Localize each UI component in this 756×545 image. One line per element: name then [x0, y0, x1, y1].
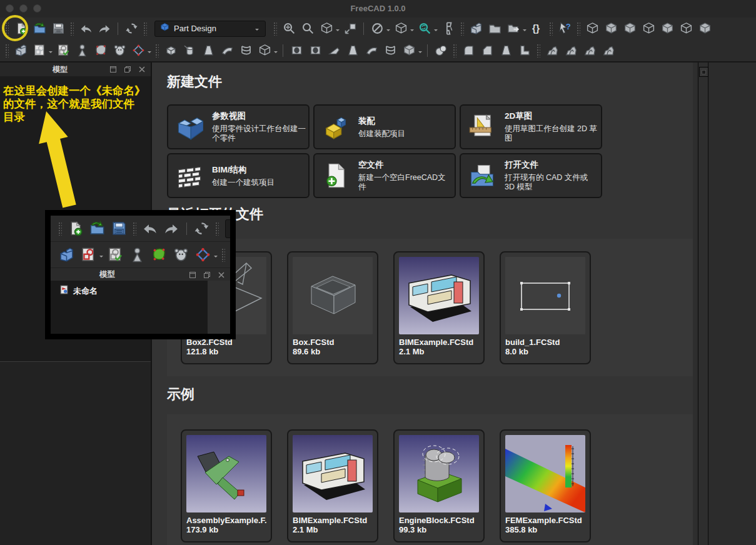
card-parametric-part[interactable]: 参数视图 使用零件设计工作台创建一个零件: [167, 104, 310, 149]
dock-view-icon[interactable]: [341, 20, 360, 37]
additive-pipe-icon[interactable]: [218, 42, 236, 59]
toolbar-separator: [427, 44, 428, 57]
shapebinder-icon[interactable]: [73, 42, 91, 59]
toolbar-separator: [283, 44, 283, 57]
example-file-card[interactable]: EngineBlock.FCStd 99.3 kb: [393, 429, 485, 542]
inset-model-tree: 未命名: [51, 281, 208, 334]
annotation-circle: [2, 15, 28, 41]
view-left-icon[interactable]: [695, 20, 714, 37]
card-open-file[interactable]: 打开文件 打开现有的 CAD 文件或 3D 模型: [460, 153, 602, 198]
refresh-icon[interactable]: [122, 20, 141, 37]
polar-pattern-icon[interactable]: [580, 42, 599, 59]
view-front-icon[interactable]: [602, 20, 620, 37]
annotation-arrow: [30, 106, 93, 212]
toolbar-area: Part Design {}?: [0, 18, 756, 62]
export-icon[interactable]: [504, 20, 523, 37]
panel-close-icon[interactable]: [136, 65, 147, 74]
open-file-icon: [86, 219, 108, 238]
groove-icon[interactable]: [325, 42, 343, 59]
document-name: 未命名: [73, 286, 98, 297]
draw-style-icon[interactable]: [368, 20, 386, 37]
card-bim-structure[interactable]: BIM/结构 创建一个建筑项目: [167, 153, 310, 198]
drag-handle: [70, 22, 74, 36]
panel-float-icon[interactable]: [122, 65, 133, 74]
panel-minimize-icon[interactable]: [108, 65, 118, 74]
example-file-card[interactable]: AssemblyExample.F... 173.9 kb: [181, 429, 272, 542]
vertical-scrollbar[interactable]: [697, 62, 709, 545]
toolbar-row-2: [0, 39, 756, 61]
hole-icon[interactable]: [306, 42, 325, 59]
mirrored-icon[interactable]: [543, 42, 562, 59]
sketch-2d-icon: [468, 113, 496, 141]
dropdown-arrow-icon: [523, 29, 527, 33]
whats-this-icon[interactable]: ?: [555, 20, 574, 37]
parametric-part-icon: [176, 113, 203, 141]
view-right-icon[interactable]: [639, 20, 658, 37]
zoom-selection-icon[interactable]: [298, 20, 317, 37]
additive-loft-icon[interactable]: [199, 42, 218, 59]
new-file-heading: 新建文件: [167, 72, 222, 91]
multitransform-icon[interactable]: [599, 42, 618, 59]
recent-file-card[interactable]: Box.FCStd 89.6 kb: [287, 251, 378, 364]
card-assembly[interactable]: 装配 创建装配项目: [313, 104, 456, 149]
redo-icon[interactable]: [95, 20, 114, 37]
view-top-icon[interactable]: [620, 20, 639, 37]
view-bottom-icon[interactable]: [677, 20, 695, 37]
create-sketch-icon: [78, 245, 99, 264]
subtractive-pipe-icon[interactable]: [362, 42, 381, 59]
view-axonometric-icon[interactable]: [583, 20, 602, 37]
subtractive-helix-icon[interactable]: [381, 42, 400, 59]
inset-workbench-selector: Pa: [225, 219, 230, 238]
workbench-selector[interactable]: Part Design: [154, 21, 266, 37]
macro-icon[interactable]: {}: [528, 20, 547, 37]
additive-primitive-icon[interactable]: [255, 42, 274, 59]
group-icon[interactable]: [485, 20, 504, 37]
pocket-icon[interactable]: [287, 42, 306, 59]
part-icon[interactable]: [466, 20, 485, 37]
thickness-icon[interactable]: [515, 42, 534, 59]
clone-icon: [170, 245, 192, 264]
body-icon[interactable]: [11, 42, 30, 59]
sync-view-icon[interactable]: [415, 20, 434, 37]
example-file-card[interactable]: BIMExample.FCStd 2.1 Mb: [287, 429, 378, 542]
additive-helix-icon[interactable]: [236, 42, 255, 59]
scrollbar-up-button[interactable]: [699, 67, 708, 77]
chamfer-icon[interactable]: [478, 42, 496, 59]
validate-sketch-icon[interactable]: [54, 42, 73, 59]
fit-all-icon[interactable]: [280, 20, 298, 37]
toolbar-row-1: Part Design {}?: [0, 18, 756, 39]
recent-file-card[interactable]: build_1.FCStd 8.0 kb: [500, 251, 591, 364]
lower-dock-panel: [0, 361, 151, 545]
subshapebinder-icon[interactable]: [91, 42, 110, 59]
undo-icon[interactable]: [76, 20, 95, 37]
example-file-card[interactable]: FEMExample.FCStd 385.8 kb: [500, 429, 591, 542]
card-empty-file[interactable]: 空文件 新建一个空白FreeCAD文件: [313, 153, 456, 198]
shapebinder-icon: [126, 245, 148, 264]
drag-handle: [133, 222, 136, 236]
axonometric-view-icon[interactable]: [317, 20, 336, 37]
boolean-icon[interactable]: [431, 42, 450, 59]
viewpoint-icon[interactable]: [391, 20, 410, 37]
create-datum-icon[interactable]: [129, 42, 148, 59]
linear-pattern-icon[interactable]: [562, 42, 580, 59]
save-icon[interactable]: [49, 20, 68, 37]
revolution-icon[interactable]: [180, 42, 199, 59]
view-rear-icon[interactable]: [658, 20, 677, 37]
open-file-icon[interactable]: [30, 20, 49, 37]
scrollbar-track[interactable]: [698, 62, 708, 545]
measure-icon[interactable]: [439, 20, 458, 37]
draft-icon[interactable]: [496, 42, 515, 59]
recent-file-card[interactable]: BIMExample.FCStd 2.1 Mb: [393, 251, 485, 364]
clone-icon[interactable]: [110, 42, 129, 59]
fillet-icon[interactable]: [459, 42, 478, 59]
file-size: 8.0 kb: [505, 347, 585, 356]
inset-view-sliver: [208, 281, 230, 334]
create-sketch-icon[interactable]: [30, 42, 49, 59]
subtractive-loft-icon[interactable]: [343, 42, 362, 59]
subtractive-primitive-icon[interactable]: [400, 42, 418, 59]
workbench-partdesign-icon: [160, 22, 169, 34]
drag-handle: [58, 222, 62, 236]
examples-heading: 示例: [167, 385, 194, 404]
card-2d-sketch[interactable]: 2D草图 使用草图工作台创建 2D 草图: [460, 104, 602, 149]
pad-icon[interactable]: [161, 42, 180, 59]
